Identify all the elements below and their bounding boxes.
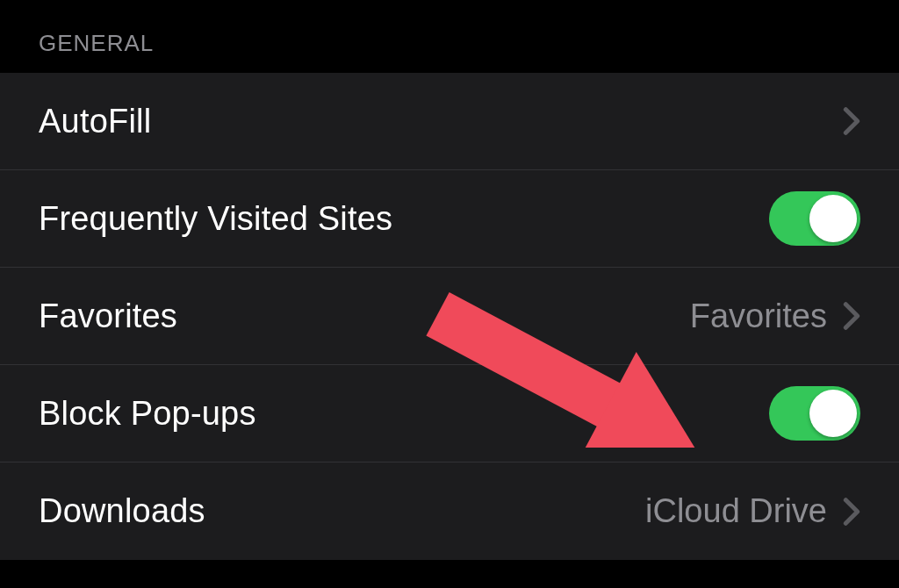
row-frequently-visited[interactable]: Frequently Visited Sites — [0, 170, 899, 268]
row-block-popups[interactable]: Block Pop-ups — [0, 365, 899, 463]
row-right-favorites: Favorites — [690, 298, 860, 335]
settings-list: AutoFill Frequently Visited Sites Favori… — [0, 73, 899, 560]
row-autofill[interactable]: AutoFill — [0, 73, 899, 170]
toggle-block-popups[interactable] — [769, 386, 860, 441]
chevron-right-icon — [843, 106, 860, 136]
row-right-downloads: iCloud Drive — [645, 492, 860, 530]
row-label-block-popups: Block Pop-ups — [39, 395, 256, 433]
row-label-downloads: Downloads — [39, 492, 205, 530]
row-value-downloads: iCloud Drive — [645, 492, 827, 530]
chevron-right-icon — [843, 301, 860, 331]
row-right-block-popups — [769, 386, 860, 441]
row-label-favorites: Favorites — [39, 298, 177, 335]
row-favorites[interactable]: Favorites Favorites — [0, 268, 899, 365]
row-right-frequently-visited — [769, 191, 860, 246]
row-label-autofill: AutoFill — [39, 103, 151, 140]
toggle-frequently-visited[interactable] — [769, 191, 860, 246]
toggle-knob-icon — [809, 195, 857, 242]
row-value-favorites: Favorites — [690, 298, 827, 335]
section-header-general: General — [0, 0, 899, 73]
row-right-autofill — [843, 106, 860, 136]
chevron-right-icon — [843, 497, 860, 527]
toggle-knob-icon — [809, 390, 857, 437]
row-downloads[interactable]: Downloads iCloud Drive — [0, 463, 899, 560]
row-label-frequently-visited: Frequently Visited Sites — [39, 200, 392, 238]
